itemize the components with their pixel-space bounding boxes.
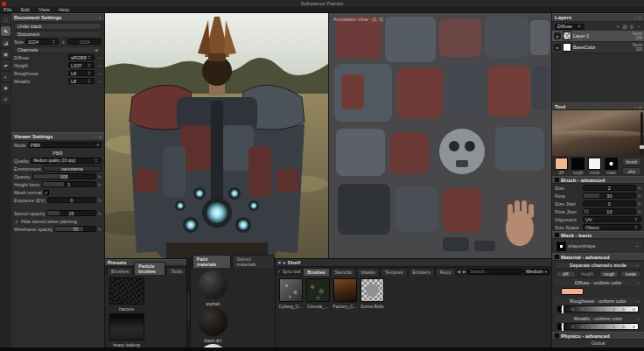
add-channel-icon[interactable]: + — [95, 47, 98, 53]
presets-scrollbar[interactable] — [187, 259, 191, 347]
height-channel-button[interactable]: height — [578, 270, 598, 277]
brush-advanced-header[interactable]: Brush - advanced — [552, 176, 644, 184]
section-checkbox[interactable] — [555, 255, 559, 259]
tab-stencil-materials[interactable]: Stencil materials — [232, 255, 274, 268]
shelf-item[interactable]: Cyborg_G... — [279, 278, 303, 309]
tool-header[interactable]: Tool − + — [552, 102, 644, 110]
brush-preset[interactable]: fracture — [107, 277, 146, 312]
layer-row[interactable]: ● BaseColor Norm 100 — [552, 42, 644, 53]
remove-mask-icon[interactable]: − — [634, 243, 640, 249]
erase-tool-icon[interactable]: ◪ — [1, 38, 10, 47]
quality-dropdown[interactable]: Medium quality (16 spp) ▴▾ — [31, 158, 102, 164]
document-section-row[interactable]: Document — [14, 31, 102, 38]
remove-channel-icon[interactable]: − — [96, 63, 102, 68]
panel-menu-icon[interactable]: + — [99, 15, 102, 20]
search-input[interactable] — [467, 269, 522, 275]
pencil-icon[interactable]: ✎ — [638, 209, 641, 214]
phy-mode-button[interactable]: phy — [622, 167, 641, 175]
shelf-tab-emitters[interactable]: Emitters — [409, 268, 435, 276]
channel-format-dropdown[interactable]: L32F ▴▾ — [68, 62, 94, 68]
viewport-2d[interactable]: Annotation View - [0, 0] — [328, 13, 551, 258]
remove-channel-icon[interactable]: − — [96, 79, 102, 84]
section-checkbox[interactable] — [555, 233, 559, 237]
document-settings-header[interactable]: Document Settings − + — [11, 13, 104, 22]
size-stepper-icon[interactable]: ▴▾ — [52, 39, 56, 44]
diffuse-color-swatch[interactable] — [561, 288, 584, 295]
remove-channel-icon[interactable]: − — [96, 71, 102, 76]
shelf-item[interactable]: Cimurai_... — [306, 278, 330, 309]
hide-stencil-checkbox[interactable]: ✓ — [14, 219, 19, 224]
sync-tool-checkbox[interactable]: ✓ Sync tool — [277, 269, 301, 274]
roughness-uniform-row[interactable]: Roughness - uniform color − — [555, 298, 641, 305]
add-layer-icon[interactable]: + — [615, 24, 620, 29]
channels-section-row[interactable]: Channels + — [14, 46, 102, 53]
tab-brushes[interactable]: Brushes — [107, 267, 133, 275]
mesh-normal-checkbox[interactable]: ✓ — [44, 190, 49, 195]
menu-help[interactable]: Help — [59, 7, 69, 13]
panel-menu-icon[interactable]: + — [639, 15, 641, 20]
mask-basic-header[interactable]: Mask - basic — [552, 231, 644, 239]
layer-row-selected[interactable]: ● Layer 1 Norm 100 — [552, 31, 644, 42]
physics-advanced-header[interactable]: Physics - advanced — [552, 332, 644, 340]
channel-format-dropdown[interactable]: sRGB8 ▴▾ — [68, 54, 94, 60]
size-link-icon[interactable]: x — [60, 39, 66, 45]
shelf-tab-reco[interactable]: Reco — [436, 268, 456, 276]
shelf-tab-textures[interactable]: Textures — [381, 268, 408, 276]
diff-channel-button[interactable]: diff — [556, 270, 576, 277]
exposure-slider[interactable]: 0 — [47, 197, 96, 203]
particles-tool-icon[interactable]: ✱ — [1, 83, 10, 93]
size-space-dropdown[interactable]: Object ▴▾ — [583, 224, 641, 230]
wireframe-opacity-slider[interactable]: 70 — [54, 226, 95, 232]
material-advanced-header[interactable]: Material - advanced — [552, 253, 644, 261]
preview-zoom-slider[interactable] — [640, 112, 643, 154]
tab-tools[interactable]: Tools — [166, 267, 186, 275]
instantiate-layer-icon[interactable]: ◎ — [629, 24, 634, 29]
clone-tool-icon[interactable]: ◐ — [1, 72, 10, 81]
pencil-icon[interactable]: ✎ — [98, 211, 102, 216]
collapse-icon[interactable]: − — [634, 104, 637, 109]
delete-layer-icon[interactable]: − — [636, 24, 641, 29]
pen-tool-icon[interactable]: ✐ — [1, 95, 10, 104]
pencil-icon[interactable]: ✎ — [98, 227, 102, 232]
tab-scroll-right-icon[interactable]: ▶ — [462, 270, 466, 274]
visibility-eye-icon[interactable]: ● — [554, 32, 561, 39]
shelf-tab-brushes[interactable]: Brushes — [303, 268, 329, 276]
size-jitter-slider[interactable]: 0 — [583, 200, 636, 207]
height-force-slider[interactable]: 1 — [42, 181, 96, 187]
tab-paint-materials[interactable]: Paint materials — [192, 255, 232, 268]
size-width-field[interactable]: 1024 ▴▾ — [25, 39, 60, 45]
add-icon[interactable]: + — [283, 260, 286, 265]
stencil-opacity-slider[interactable]: 25 — [46, 210, 95, 216]
size-param-slider[interactable]: 2 — [583, 185, 636, 191]
pointer-tool-icon[interactable]: □ — [1, 15, 10, 25]
opacity-slider[interactable]: 100 — [32, 173, 96, 179]
environment-button[interactable]: panorama — [43, 165, 102, 172]
layers-header[interactable]: Layers − + — [552, 13, 644, 22]
shelf-item[interactable]: Screw Bolts — [360, 278, 384, 309]
menu-file[interactable]: File — [4, 7, 12, 13]
channel-format-dropdown[interactable]: L8 ▴▾ — [68, 70, 94, 76]
shelf-item[interactable]: Factory_C... — [333, 278, 357, 309]
collapse-icon[interactable]: − — [634, 15, 637, 20]
metal-channel-button[interactable]: metal — [620, 270, 640, 277]
visibility-eye-icon[interactable]: ● — [554, 44, 561, 51]
pencil-icon[interactable]: ✎ — [638, 186, 641, 191]
remove-channel-icon[interactable]: − — [96, 55, 102, 60]
mask-shape-thumbnail[interactable] — [556, 242, 566, 251]
menu-edit[interactable]: Edit — [21, 7, 30, 13]
fill-tool-icon[interactable]: ▰ — [1, 60, 10, 70]
collapse-icon[interactable]: − — [94, 15, 97, 20]
collapse-icon[interactable]: − — [94, 134, 97, 139]
tab-particle-brushes[interactable]: Particle brushes — [134, 262, 165, 275]
separate-channels-row[interactable]: Separate channels mode − — [555, 262, 641, 269]
layers-channel-dropdown[interactable]: Diffuse ▴▾ — [555, 24, 584, 30]
undo-stack-button[interactable]: Undo stack — [14, 23, 102, 30]
viewer-settings-header[interactable]: Viewer Settings − + — [11, 132, 104, 141]
collapse-icon[interactable]: − — [636, 263, 639, 269]
pencil-icon[interactable]: ✎ — [98, 198, 102, 203]
rough-swatch[interactable]: rough — [570, 158, 585, 175]
roughness-gradient-slider[interactable] — [557, 305, 639, 312]
diffuse-uniform-row[interactable]: Diffuse - uniform color − — [555, 279, 641, 286]
size-filter-dropdown[interactable]: Medium ▾ — [523, 269, 550, 275]
size-height-field[interactable]: 1024 — [67, 39, 102, 45]
